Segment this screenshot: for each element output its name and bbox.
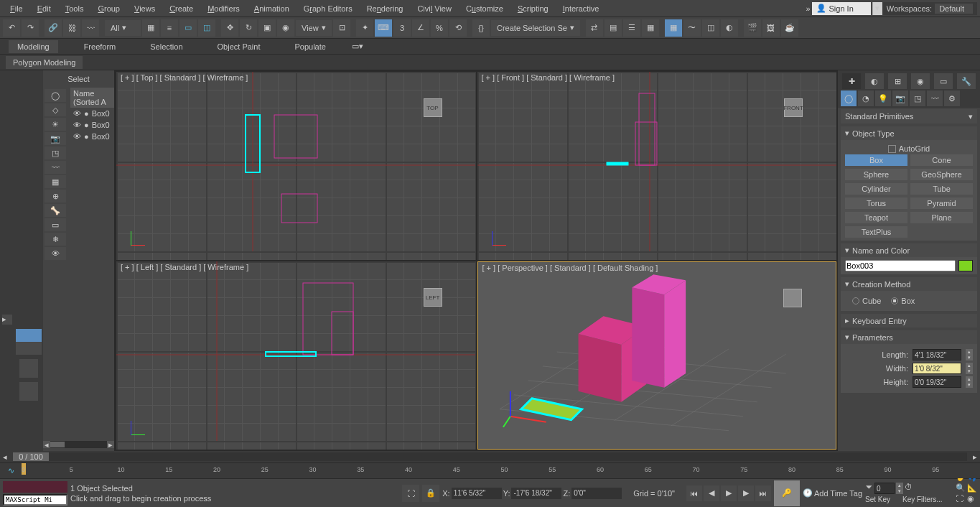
viewport-perspective[interactable]: [ + ] [ Perspective ] [ Standard ] [ Def… — [477, 261, 837, 450]
material-editor-button[interactable]: ◐ — [721, 19, 738, 37]
time-slider-thumb[interactable]: 0 / 100 — [13, 452, 49, 461]
height-spinner[interactable]: ▴▾ — [966, 376, 973, 388]
curve-editor-button[interactable]: 〜 — [683, 19, 701, 37]
scale-button[interactable]: ▣ — [258, 19, 276, 37]
display-cameras-icon[interactable]: 📷 — [45, 132, 66, 145]
move-button[interactable]: ✥ — [221, 19, 238, 37]
curve-icon[interactable]: ∿ — [0, 463, 22, 478]
redo-button[interactable]: ↷ — [22, 19, 39, 37]
orbit-button[interactable]: ◉ — [967, 494, 977, 503]
fov-button[interactable]: 📐 — [967, 483, 977, 493]
unlink-button[interactable]: ⛓ — [63, 19, 80, 37]
ribbon-tab-populate[interactable]: Populate — [286, 40, 334, 53]
x-coord-input[interactable]: 11'6 5/32" — [452, 488, 502, 499]
viewport-swatch-1[interactable] — [19, 359, 38, 378]
menu-animation[interactable]: Animation — [247, 2, 297, 15]
lock-button[interactable]: 🔒 — [422, 485, 439, 502]
cube-radio[interactable]: Cube — [852, 297, 881, 305]
placement-button[interactable]: ◉ — [277, 19, 294, 37]
goto-start-button[interactable]: ⏮ — [686, 485, 702, 501]
menu-create[interactable]: Create — [162, 2, 200, 15]
modify-tab[interactable]: ◐ — [865, 73, 884, 89]
select-object-button[interactable]: ▦ — [142, 19, 159, 37]
primitive-category-dropdown[interactable]: Standard Primitives▾ — [841, 109, 977, 124]
scene-scrollbar[interactable]: ◂ ▸ — [46, 441, 111, 448]
time-config-button[interactable]: ⏱ — [905, 483, 913, 494]
display-xrefs-icon[interactable]: ⊕ — [45, 190, 66, 203]
maxscript-input[interactable] — [3, 494, 67, 506]
menu-file[interactable]: File — [3, 2, 30, 15]
layers-button[interactable]: ☰ — [623, 19, 640, 37]
menu-rendering[interactable]: Rendering — [360, 2, 411, 15]
teapot-button[interactable]: Teapot — [845, 212, 907, 223]
spacewarps-subtab[interactable]: 〰 — [927, 90, 943, 106]
tube-button[interactable]: Tube — [910, 183, 973, 195]
object-type-rollout[interactable]: ▾Object Type — [841, 126, 977, 140]
percent-snap-button[interactable]: % — [431, 19, 448, 37]
zoom-extents-button[interactable]: ⛶ — [956, 494, 966, 503]
angle-snap-button[interactable]: ∠ — [412, 19, 429, 37]
polygon-modeling-panel[interactable]: Polygon Modeling — [6, 56, 83, 69]
frame-spinner[interactable]: ▴▾ — [896, 483, 903, 494]
geosphere-button[interactable]: GeoSphere — [910, 169, 973, 180]
y-coord-input[interactable]: -17'6 18/32" — [511, 488, 561, 499]
goto-end-button[interactable]: ⏭ — [755, 485, 771, 501]
lights-subtab[interactable]: 💡 — [875, 90, 891, 106]
menu-graph-editors[interactable]: Graph Editors — [297, 2, 360, 15]
pivot-center-button[interactable]: ⊡ — [333, 19, 350, 37]
select-by-name-button[interactable]: ≡ — [161, 19, 178, 37]
systems-subtab[interactable]: ⚙ — [944, 90, 960, 106]
menu-group[interactable]: Group — [90, 2, 127, 15]
autogrid-checkbox[interactable] — [888, 145, 896, 153]
plane-button[interactable]: Plane — [910, 212, 973, 223]
helpers-subtab[interactable]: ◳ — [910, 90, 925, 106]
schematic-view-button[interactable]: ◫ — [702, 19, 719, 37]
current-frame-input[interactable] — [874, 483, 895, 494]
viewport-front[interactable]: [ + ] [ Front ] [ Standard ] [ Wireframe… — [477, 72, 837, 260]
freeze-icon[interactable]: ● — [84, 121, 89, 129]
menu-edit[interactable]: Edit — [30, 2, 58, 15]
next-frame-button[interactable]: ▶ — [738, 485, 754, 501]
parameters-rollout[interactable]: ▾Parameters — [841, 330, 977, 344]
timeline-prev-icon[interactable]: ◂ — [3, 452, 7, 462]
textplus-button[interactable]: TextPlus — [845, 226, 907, 238]
signin-dropdown[interactable]: ▾ — [872, 2, 882, 15]
rotate-button[interactable]: ↻ — [240, 19, 257, 37]
motion-tab[interactable]: ◉ — [911, 73, 930, 89]
z-coord-input[interactable]: 0'0" — [571, 488, 622, 499]
menu-customize[interactable]: Customize — [459, 2, 510, 15]
set-key-button[interactable]: Set Key — [865, 496, 901, 503]
display-helpers-icon[interactable]: ◳ — [45, 146, 66, 159]
menu-more-icon[interactable]: » — [806, 4, 810, 13]
visibility-icon[interactable]: 👁 — [73, 132, 81, 141]
object-color-swatch[interactable] — [958, 260, 973, 271]
height-input[interactable] — [913, 376, 961, 388]
list-item[interactable]: 👁●Box0 — [70, 108, 114, 119]
key-filters-button[interactable]: Key Filters... — [902, 496, 950, 503]
display-spacewarps-icon[interactable]: 〰 — [45, 161, 66, 174]
spinner-snap-button[interactable]: ⟲ — [449, 19, 467, 37]
creation-method-rollout[interactable]: ▾Creation Method — [841, 277, 977, 291]
display-tab[interactable]: ▭ — [934, 73, 953, 89]
add-time-tag[interactable]: Add Time Tag — [814, 489, 862, 498]
workspaces-dropdown[interactable]: Default — [935, 4, 973, 14]
ribbon-tab-selection[interactable]: Selection — [141, 40, 191, 53]
cone-button[interactable]: Cone — [910, 154, 973, 166]
ribbon-tab-object-paint[interactable]: Object Paint — [209, 40, 269, 53]
width-spinner[interactable]: ▴▾ — [966, 363, 973, 374]
display-containers-icon[interactable]: ▭ — [45, 218, 66, 231]
visibility-icon[interactable]: 👁 — [73, 121, 81, 129]
viewport-swatch-2[interactable] — [19, 382, 38, 401]
list-item[interactable]: 👁●Box0 — [70, 119, 114, 131]
ribbon-tab-modeling[interactable]: Modeling — [9, 40, 58, 53]
render-frame-button[interactable]: 🖼 — [762, 19, 780, 37]
display-bones-icon[interactable]: 🦴 — [45, 204, 66, 217]
menu-interactive[interactable]: Interactive — [556, 2, 607, 15]
align-button[interactable]: ▤ — [605, 19, 622, 37]
ribbon-toggle-icon[interactable]: ▭▾ — [352, 42, 363, 51]
viewport-layout-button[interactable] — [16, 329, 42, 355]
scroll-right-icon[interactable]: ▸ — [107, 441, 114, 448]
menu-scripting[interactable]: Scripting — [510, 2, 556, 15]
manipulate-button[interactable]: ✦ — [356, 19, 373, 37]
object-name-input[interactable] — [845, 260, 956, 271]
